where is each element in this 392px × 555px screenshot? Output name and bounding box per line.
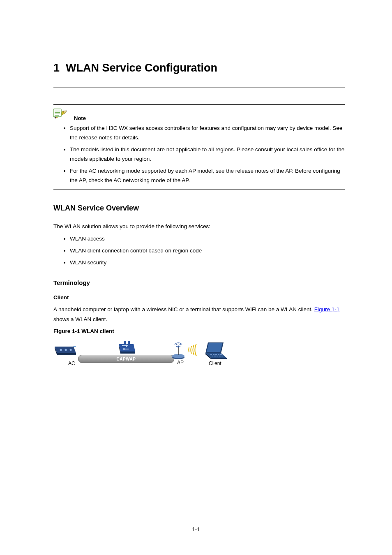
term-heading-client: Client (53, 294, 345, 301)
figure-caption: Figure 1-1 WLAN client (53, 328, 345, 334)
svg-rect-46 (221, 356, 223, 356)
svg-rect-39 (215, 354, 217, 355)
wireless-signal-icon (187, 344, 203, 358)
note-item: Support of the H3C WX series access cont… (70, 124, 345, 143)
svg-rect-40 (218, 354, 219, 355)
ac-label: AC (68, 361, 75, 366)
svg-point-14 (65, 349, 67, 351)
note-rule-top (53, 104, 345, 105)
svg-point-31 (180, 346, 180, 347)
svg-rect-38 (213, 354, 214, 355)
svg-rect-44 (217, 356, 218, 356)
client-label: Client (209, 361, 221, 366)
svg-rect-20 (124, 341, 126, 345)
ac-device-icon (53, 343, 77, 358)
svg-rect-42 (212, 356, 213, 356)
svg-rect-43 (214, 356, 216, 356)
subsection-heading-terminology: Terminology (53, 279, 345, 286)
svg-rect-37 (210, 354, 212, 355)
svg-point-29 (178, 346, 180, 348)
svg-marker-12 (57, 353, 76, 355)
svg-rect-5 (53, 109, 61, 117)
note-label: Note (74, 115, 86, 121)
svg-rect-21 (128, 341, 130, 345)
svg-marker-33 (207, 343, 222, 352)
overview-item: WLAN client connection control based on … (70, 246, 345, 256)
chapter-title-text: WLAN Service Configuration (66, 62, 217, 74)
overview-list: WLAN access WLAN client connection contr… (53, 234, 345, 268)
section-heading-overview: WLAN Service Overview (53, 204, 345, 213)
title-rule (53, 88, 345, 88)
note-box: Note Support of the H3C WX series access… (53, 104, 345, 190)
svg-marker-34 (205, 353, 227, 358)
figure-number: Figure 1-1 (53, 328, 80, 334)
client-device-icon (203, 341, 228, 362)
svg-rect-41 (220, 354, 222, 355)
client-paragraph: A handheld computer or laptop with a wir… (53, 305, 345, 324)
ap-device-icon (170, 342, 187, 361)
note-rule-bottom (53, 190, 345, 190)
overview-paragraph: The WLAN solution allows you to provide … (53, 222, 345, 231)
figure-title: WLAN client (81, 328, 114, 334)
note-item: For the AC networking mode supported by … (70, 166, 345, 185)
note-icon (53, 107, 71, 121)
note-header: Note (53, 107, 345, 121)
switch-device-icon (116, 340, 136, 358)
chapter-title: 1 WLAN Service Configuration (53, 62, 345, 74)
note-list: Support of the H3C WX series access cont… (53, 124, 345, 185)
ap-label: AP (177, 360, 184, 365)
svg-marker-36 (211, 358, 227, 359)
figure-link[interactable]: Figure 1-1 (314, 306, 340, 312)
figure-diagram: CAPWAP AC (53, 337, 230, 371)
svg-rect-45 (219, 356, 221, 356)
client-para-pre: A handheld computer or laptop with a wir… (53, 306, 314, 312)
chapter-number: 1 (53, 62, 60, 74)
overview-item: WLAN security (70, 258, 345, 268)
svg-point-15 (70, 349, 72, 351)
note-item: The models listed in this document are n… (70, 145, 345, 164)
svg-point-13 (60, 349, 62, 351)
svg-marker-19 (120, 352, 135, 354)
overview-item: WLAN access (70, 234, 345, 244)
svg-point-30 (176, 346, 177, 347)
page-number: 1-1 (0, 526, 392, 532)
svg-marker-16 (73, 346, 76, 347)
client-para-post: shows a WLAN client. (53, 316, 107, 322)
